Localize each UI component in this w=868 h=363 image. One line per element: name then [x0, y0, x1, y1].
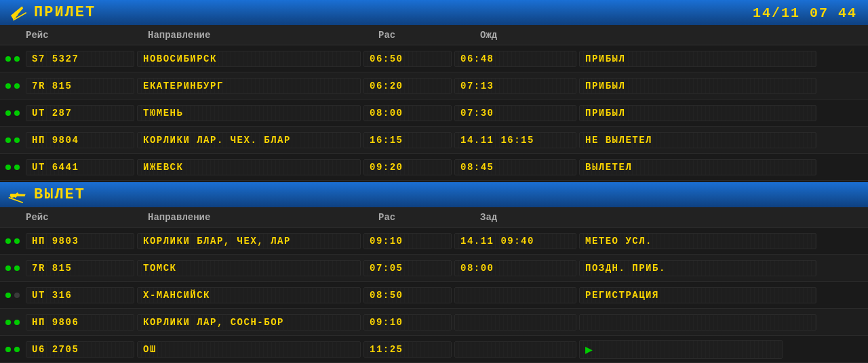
arrivals-col-expected: Ожд: [480, 30, 616, 41]
departures-column-headers: Рейс Направление Рас Зад: [0, 207, 868, 228]
table-row: UT 6441 ИЖЕВСК 09:20 08:45 ВЫЛЕТЕЛ: [0, 154, 868, 181]
departures-header: ВЫЛЕТ: [0, 182, 868, 207]
screen: ПРИЛЕТ 14/11 07 44 Рейс Направление Рас …: [0, 0, 868, 363]
datetime-display: 14/11 07 44: [753, 5, 857, 20]
departures-title: ВЫЛЕТ: [34, 186, 85, 203]
arrivals-header: ПРИЛЕТ 14/11 07 44: [0, 0, 868, 25]
table-row: НП 9803 КОРЛИКИ БЛАР, ЧЕХ, ЛАР 09:10 14.…: [0, 228, 868, 255]
arrivals-plane-icon: [8, 3, 27, 22]
arrivals-col-flight: Рейс: [26, 30, 148, 41]
departures-col-direction: Направление: [148, 212, 378, 223]
departures-col-flight: Рейс: [26, 212, 148, 223]
table-row: S7 5327 НОВОСИБИРСК 06:50 06:48 ПРИБЫЛ: [0, 45, 868, 72]
arrivals-col-scheduled: Рас: [378, 30, 480, 41]
table-row: U6 2705 ОШ 11:25 ▶: [0, 336, 868, 363]
table-row: НП 9806 КОРЛИКИ ЛАР, СОСН-БОР 09:10: [0, 309, 868, 336]
table-row: UT 316 Х-МАНСИЙСК 08:50 РЕГИСТРАЦИЯ: [0, 282, 868, 309]
table-row: 7R 815 ЕКАТЕРИНБУРГ 06:20 07:13 ПРИБЫЛ: [0, 72, 868, 100]
table-row: UT 287 ТЮМЕНЬ 08:00 07:30 ПРИБЫЛ: [0, 100, 868, 127]
departures-table: НП 9803 КОРЛИКИ БЛАР, ЧЕХ, ЛАР 09:10 14.…: [0, 228, 868, 363]
departures-plane-icon: [8, 186, 27, 205]
table-row: НП 9804 КОРЛИКИ ЛАР. ЧЕХ. БЛАР 16:15 14.…: [0, 127, 868, 154]
arrivals-col-direction: Направление: [148, 30, 378, 41]
arrivals-table: S7 5327 НОВОСИБИРСК 06:50 06:48 ПРИБЫЛ 7…: [0, 45, 868, 181]
departures-col-scheduled: Рас: [378, 212, 480, 223]
arrivals-title: ПРИЛЕТ: [34, 4, 96, 21]
arrivals-column-headers: Рейс Направление Рас Ожд: [0, 25, 868, 45]
departures-col-expected: Зад: [480, 212, 616, 223]
table-row: 7R 815 ТОМСК 07:05 08:00 ПОЗДН. ПРИБ.: [0, 255, 868, 282]
svg-rect-5: [8, 196, 23, 202]
